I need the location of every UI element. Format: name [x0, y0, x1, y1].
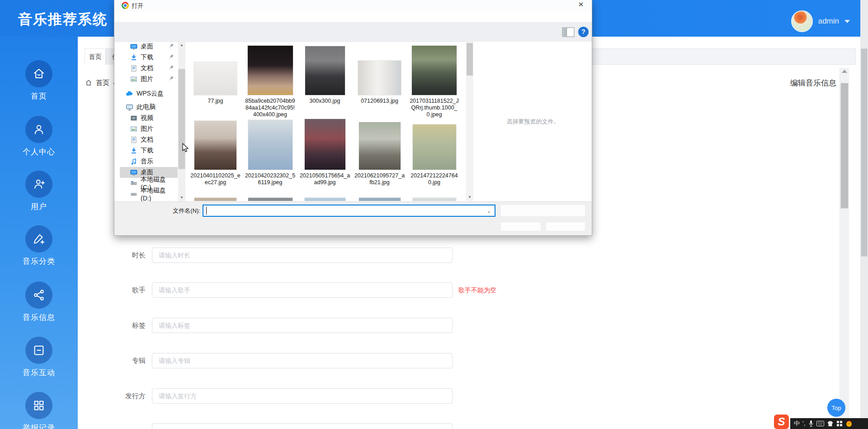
file-item[interactable]: 20210420232302_56119.jpeg — [243, 120, 297, 186]
browser-scrollbar-thumb[interactable] — [861, 49, 867, 256]
pin-icon — [169, 76, 174, 81]
file-thumbnail[interactable] — [305, 46, 345, 95]
file-thumbnail[interactable] — [413, 198, 456, 201]
duration-input[interactable] — [152, 248, 453, 263]
tree-item-label: 图片 — [141, 125, 153, 133]
file-item[interactable]: 20210401102025_eec27.jpg — [188, 120, 243, 186]
publisher-input[interactable] — [152, 388, 453, 404]
file-thumbnail[interactable] — [194, 121, 236, 170]
file-thumbnail[interactable] — [358, 61, 401, 95]
tree-item-music[interactable]: 音乐 — [120, 156, 178, 167]
toolbox-grid-icon[interactable] — [836, 420, 843, 427]
file-thumbnail[interactable] — [194, 198, 236, 201]
next-input[interactable] — [152, 423, 453, 429]
tree-item-drive-d[interactable]: 本地磁盘 (D:) — [120, 189, 178, 200]
ime-punct-button[interactable]: ’, — [802, 418, 806, 429]
file-thumbnail[interactable] — [194, 62, 237, 95]
file-name: 20170311181522_JQRrj.thumb.1000_0.jpeg — [409, 98, 460, 118]
tree-scrollbar-thumb[interactable] — [179, 69, 185, 169]
sidebar-item-home[interactable]: 首页 — [0, 60, 78, 101]
page: 音乐推荐系统 admin 首页 个人中心 用户 — [0, 0, 868, 429]
file-item[interactable] — [352, 189, 407, 201]
drive-icon — [130, 191, 137, 198]
panel-scrollbar-thumb[interactable] — [841, 83, 848, 208]
file-item[interactable]: 2021472122247640.jpg — [407, 120, 462, 186]
filename-input[interactable]: ⌄ — [203, 205, 495, 217]
tree-item-pictures[interactable]: 图片 — [120, 124, 178, 134]
tree-item-downloads-pinned[interactable]: 下载 — [120, 52, 178, 63]
file-item[interactable] — [297, 189, 352, 201]
file-thumbnail[interactable] — [248, 198, 292, 201]
file-thumbnail[interactable] — [305, 198, 345, 201]
ime-mode-button[interactable]: 中 — [794, 418, 800, 429]
file-item[interactable] — [188, 189, 243, 201]
panel-scrollbar[interactable] — [840, 68, 849, 429]
sidebar-item-music-interact[interactable]: 音乐互动 — [0, 337, 78, 378]
singer-input[interactable] — [152, 282, 453, 298]
file-list-scrollbar[interactable]: ▼ — [466, 42, 473, 201]
chevron-down-icon[interactable]: ⌄ — [487, 208, 491, 214]
close-icon[interactable]: ✕ — [576, 0, 586, 9]
emoji-icon[interactable] — [845, 420, 853, 427]
sidebar-item-report-log[interactable]: 举报记录 — [0, 392, 78, 429]
file-item[interactable]: 77.jpg — [188, 45, 243, 118]
sidebar-item-music-category[interactable]: 音乐分类 — [0, 225, 78, 267]
browser-scrollbar[interactable] — [860, 0, 868, 429]
file-thumbnail[interactable] — [413, 124, 456, 170]
scroll-down-icon[interactable]: ▼ — [178, 194, 185, 201]
file-list-scrollbar-thumb[interactable] — [467, 43, 473, 76]
cancel-button[interactable] — [546, 222, 585, 231]
avatar[interactable] — [791, 10, 813, 32]
file-item[interactable]: 300x300.jpg — [297, 45, 352, 118]
sidebar-item-profile[interactable]: 个人中心 — [0, 116, 78, 157]
form-row-duration: 时长 — [81, 247, 453, 263]
tree-item-documents[interactable]: 文档 — [120, 134, 178, 145]
skin-shirt-icon[interactable] — [827, 420, 834, 427]
tab-home[interactable]: 首页 — [85, 49, 106, 65]
tree-scrollbar[interactable]: ▲ ▼ — [178, 42, 185, 201]
album-input[interactable] — [152, 353, 453, 368]
sogou-ime-icon[interactable]: S — [774, 415, 789, 429]
tree-item-desktop-pinned[interactable]: 桌面 — [120, 41, 178, 52]
tree-item-this-pc[interactable]: 此电脑 — [120, 102, 178, 113]
file-item[interactable]: 20170311181522_JQRrj.thumb.1000_0.jpeg — [407, 45, 462, 118]
file-thumbnail[interactable] — [305, 119, 345, 170]
file-item[interactable] — [407, 189, 462, 201]
tree-item-videos[interactable]: 视频 — [120, 113, 178, 124]
file-item[interactable]: 071206913.jpg — [352, 45, 407, 118]
view-mode-button[interactable] — [562, 27, 575, 37]
file-thumbnail[interactable] — [248, 46, 293, 95]
back-to-top-button[interactable]: Top — [827, 399, 845, 417]
scroll-up-icon[interactable]: ▲ — [178, 42, 185, 49]
user-menu[interactable]: admin — [791, 11, 850, 32]
tree-item-downloads[interactable]: 下载 — [120, 145, 178, 156]
help-button[interactable]: ? — [578, 27, 589, 37]
file-thumbnail[interactable] — [248, 120, 292, 170]
scroll-up-icon[interactable] — [842, 70, 847, 73]
file-item[interactable]: 85ba9ceb20704bb984aa142fc4c70c95!400x400… — [243, 45, 297, 118]
keyboard-icon[interactable] — [816, 421, 824, 426]
file-name: 20210621095727_afb21.jpg — [354, 172, 405, 186]
tag-input[interactable] — [152, 318, 453, 333]
dialog-titlebar[interactable]: 打开 ✕ — [114, 0, 592, 12]
file-name: 20210505175654_aad99.jpg — [300, 172, 350, 186]
file-thumbnail[interactable] — [412, 46, 457, 95]
filename-label: 文件名(N): — [142, 207, 200, 215]
breadcrumb-home[interactable]: 首页 — [96, 79, 109, 87]
file-item[interactable] — [243, 189, 297, 201]
tree-item-wps-cloud[interactable]: WPS云盘 — [120, 88, 178, 99]
file-thumbnail[interactable] — [359, 198, 401, 201]
scroll-down-icon[interactable]: ▼ — [466, 194, 473, 201]
file-type-select[interactable] — [500, 205, 585, 217]
file-item[interactable]: 20210621095727_afb21.jpg — [352, 120, 407, 186]
file-thumbnail[interactable] — [359, 122, 401, 170]
sidebar-item-music-info[interactable]: 音乐信息 — [0, 281, 78, 323]
microphone-icon[interactable] — [808, 420, 814, 427]
file-item[interactable]: 20210505175654_aad99.jpg — [297, 120, 352, 186]
tree-item-documents-pinned[interactable]: 文档 — [120, 63, 178, 74]
open-button[interactable] — [500, 222, 541, 231]
tree-item-pictures-pinned[interactable]: 图片 — [120, 74, 178, 85]
pin-icon — [169, 65, 174, 70]
sidebar-item-users[interactable]: 用户 — [0, 171, 78, 212]
chevron-down-icon[interactable] — [844, 20, 850, 23]
